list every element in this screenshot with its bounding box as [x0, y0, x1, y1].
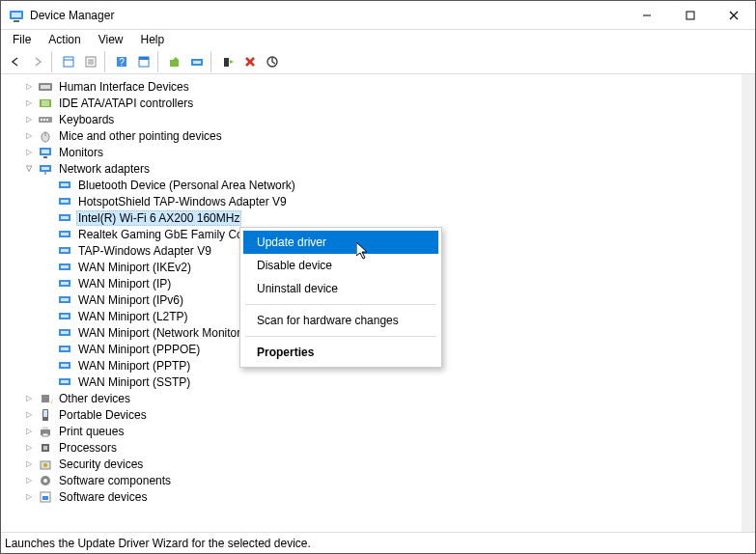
svg-rect-33	[46, 119, 48, 121]
device-manager-window: Device Manager File Action View Help ?	[0, 0, 756, 554]
tree-node-processors[interactable]: Processors	[1, 439, 742, 456]
svg-rect-37	[42, 150, 49, 153]
cpu-icon	[38, 440, 53, 456]
expand-icon[interactable]	[22, 162, 36, 176]
expand-icon[interactable]	[22, 441, 36, 455]
window-title: Device Manager	[30, 9, 625, 22]
svg-rect-67	[61, 380, 69, 383]
adapter-icon	[57, 309, 72, 324]
properties-button[interactable]	[80, 51, 101, 72]
help-button[interactable]: ?	[111, 51, 132, 72]
ctx-uninstall-device[interactable]: Uninstall device	[243, 277, 438, 300]
tree-node-software-devices[interactable]: Software devices	[1, 488, 742, 505]
expand-icon[interactable]	[22, 113, 36, 126]
tree-node-keyboards[interactable]: Keyboards	[1, 111, 742, 127]
security-icon	[38, 457, 53, 472]
svg-point-80	[43, 479, 47, 483]
ctx-scan-hardware[interactable]: Scan for hardware changes	[243, 309, 438, 332]
expand-icon[interactable]	[22, 408, 36, 422]
ctx-disable-device[interactable]: Disable device	[243, 254, 438, 277]
svg-rect-25	[41, 85, 50, 89]
toolbar: ?	[1, 49, 755, 74]
tree-node-net-wan-sstp[interactable]: WAN Miniport (SSTP)	[1, 374, 742, 390]
tree-label: Processors	[57, 441, 119, 455]
expand-icon[interactable]	[22, 474, 36, 487]
svg-rect-2	[14, 20, 19, 22]
back-button[interactable]	[5, 51, 26, 72]
menubar: File Action View Help	[1, 30, 755, 49]
hid-icon	[38, 79, 53, 95]
context-menu: Update driver Disable device Uninstall d…	[239, 227, 442, 368]
ctx-separator	[245, 304, 436, 305]
svg-rect-74	[42, 433, 48, 436]
maximize-button[interactable]	[668, 1, 712, 29]
svg-rect-73	[42, 427, 48, 429]
tree-label: Print queues	[57, 425, 126, 438]
svg-text:?: ?	[119, 57, 125, 68]
tree-node-ide[interactable]: IDE ATA/ATAPI controllers	[1, 95, 742, 111]
expand-icon[interactable]	[22, 97, 36, 110]
statusbar: Launches the Update Driver Wizard for th…	[1, 532, 755, 553]
titlebar: Device Manager	[1, 1, 755, 30]
svg-rect-31	[41, 119, 42, 121]
tree-node-hid[interactable]: Human Interface Devices	[1, 78, 742, 95]
scan-hardware-button[interactable]	[186, 51, 208, 72]
tree-node-other-devices[interactable]: ⚠ Other devices	[1, 390, 742, 406]
monitor-icon	[38, 145, 53, 160]
expand-icon[interactable]	[22, 425, 36, 438]
expand-icon[interactable]	[22, 490, 36, 504]
svg-rect-1	[12, 13, 21, 17]
adapter-icon	[57, 210, 72, 226]
enable-device-button[interactable]	[217, 51, 238, 72]
tree-node-portable[interactable]: Portable Devices	[1, 406, 742, 423]
ctx-separator	[245, 336, 436, 337]
update-driver-button[interactable]	[164, 51, 185, 72]
svg-rect-32	[43, 119, 45, 121]
close-button[interactable]	[712, 1, 755, 29]
expand-icon[interactable]	[22, 129, 36, 143]
menu-file[interactable]: File	[5, 31, 39, 48]
tree-label: Network adapters	[57, 162, 152, 176]
expand-icon[interactable]	[22, 392, 36, 405]
tree-label: WAN Miniport (Network Monitor)	[76, 326, 246, 340]
tree-label: TAP-Windows Adapter V9	[76, 244, 213, 258]
svg-rect-55	[61, 282, 69, 285]
ctx-properties[interactable]: Properties	[243, 341, 438, 364]
menu-view[interactable]: View	[91, 31, 131, 48]
action-button[interactable]	[133, 51, 154, 72]
tree-node-monitors[interactable]: Monitors	[1, 144, 742, 160]
tree-label: WAN Miniport (PPPOE)	[76, 343, 202, 356]
show-hide-tree-button[interactable]	[58, 51, 79, 72]
tree-label: IDE ATA/ATAPI controllers	[57, 97, 195, 110]
forward-button[interactable]	[27, 51, 48, 72]
svg-rect-45	[61, 200, 69, 203]
tree-node-mice[interactable]: Mice and other pointing devices	[1, 127, 742, 144]
expand-icon[interactable]	[22, 146, 36, 159]
tree-label: WAN Miniport (SSTP)	[76, 375, 192, 389]
menu-action[interactable]: Action	[41, 31, 88, 48]
svg-rect-68	[42, 395, 49, 402]
tree-node-net-bt[interactable]: Bluetooth Device (Personal Area Network)	[1, 177, 742, 193]
disable-device-button[interactable]	[262, 51, 283, 72]
tree-node-software-components[interactable]: Software components	[1, 472, 742, 488]
adapter-icon	[57, 374, 72, 390]
uninstall-device-button[interactable]	[239, 51, 261, 72]
menu-help[interactable]: Help	[133, 31, 173, 48]
tree-node-print-queues[interactable]: Print queues	[1, 423, 742, 439]
svg-rect-82	[42, 496, 48, 500]
adapter-icon	[57, 276, 72, 291]
expand-icon[interactable]	[22, 457, 36, 471]
keyboard-icon	[38, 112, 53, 127]
svg-rect-59	[61, 315, 69, 318]
tree-label: Monitors	[57, 146, 105, 159]
expand-icon[interactable]	[22, 80, 36, 94]
tree-node-network-adapters[interactable]: Network adapters	[1, 160, 742, 177]
tree-label: Intel(R) Wi-Fi 6 AX200 160MHz	[76, 210, 241, 226]
tree-node-net-hotspotshield[interactable]: HotspotShield TAP-Windows Adapter V9	[1, 193, 742, 209]
adapter-icon	[57, 358, 72, 374]
software-icon	[38, 489, 53, 505]
tree-node-net-intel-wifi[interactable]: Intel(R) Wi-Fi 6 AX200 160MHz	[1, 209, 742, 226]
minimize-button[interactable]	[625, 1, 668, 29]
tree-node-security[interactable]: Security devices	[1, 456, 742, 472]
ctx-update-driver[interactable]: Update driver	[243, 231, 438, 254]
